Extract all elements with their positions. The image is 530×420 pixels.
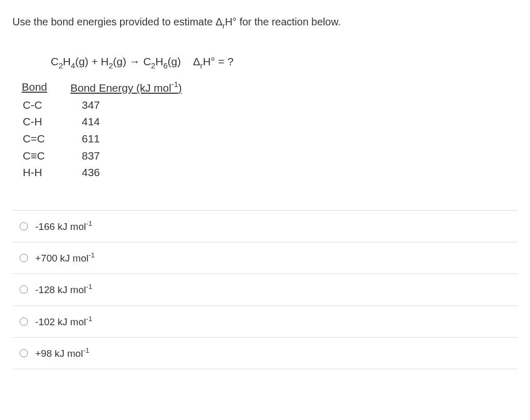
radio-icon <box>20 349 28 357</box>
reaction-equation: C2H4(g) + H2(g) → C2H6(g) ΔrH° = ? <box>51 55 518 69</box>
bond-cell: C-C <box>12 97 70 114</box>
option-b[interactable]: +700 kJ mol-1 <box>12 242 518 274</box>
radio-icon <box>20 317 28 326</box>
answer-options: -166 kJ mol-1 +700 kJ mol-1 -128 kJ mol-… <box>12 210 518 370</box>
option-c[interactable]: -128 kJ mol-1 <box>12 274 518 306</box>
radio-icon <box>20 254 28 262</box>
option-a[interactable]: -166 kJ mol-1 <box>12 211 518 242</box>
energy-cell: 347 <box>70 97 100 114</box>
table-row: H-H 436 <box>12 164 518 181</box>
table-row: C-C 347 <box>12 97 518 114</box>
table-row: C≡C 837 <box>12 148 518 165</box>
header-energy: Bond Energy (kJ mol-1) <box>70 79 182 97</box>
bond-cell: C=C <box>12 131 70 148</box>
option-label: +700 kJ mol-1 <box>35 252 95 264</box>
energy-cell: 837 <box>70 148 100 165</box>
energy-cell: 436 <box>70 164 100 181</box>
option-d[interactable]: -102 kJ mol-1 <box>12 306 518 338</box>
radio-icon <box>20 222 28 230</box>
option-label: +98 kJ mol-1 <box>35 347 90 359</box>
bond-cell: C-H <box>12 113 70 131</box>
table-row: C-H 414 <box>12 113 518 131</box>
question-prompt: Use the bond energies provided to estima… <box>12 15 518 31</box>
bond-cell: C≡C <box>12 148 70 165</box>
option-label: -102 kJ mol-1 <box>35 315 92 328</box>
energy-cell: 611 <box>70 131 100 148</box>
option-e[interactable]: +98 kJ mol-1 <box>12 338 518 369</box>
energy-cell: 414 <box>70 113 100 131</box>
table-header: Bond Bond Energy (kJ mol-1) <box>12 79 518 97</box>
bond-cell: H-H <box>12 164 70 181</box>
option-label: -166 kJ mol-1 <box>35 220 92 233</box>
table-row: C=C 611 <box>12 131 518 148</box>
option-label: -128 kJ mol-1 <box>35 283 92 296</box>
header-bond: Bond <box>12 79 70 97</box>
bond-energy-table: Bond Bond Energy (kJ mol-1) C-C 347 C-H … <box>12 79 518 181</box>
radio-icon <box>20 285 28 294</box>
